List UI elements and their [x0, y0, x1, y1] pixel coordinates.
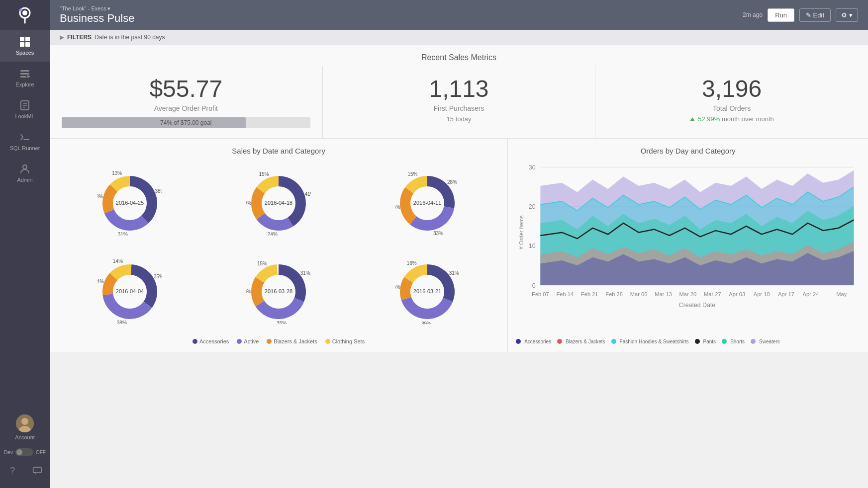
filters-caret-icon[interactable]: ▶	[60, 34, 64, 41]
svg-text:Apr 10: Apr 10	[754, 291, 770, 297]
sidebar-item-sql-runner-label: SQL Runner	[10, 145, 40, 151]
sidebar-bottom: Account Dev OFF ?	[0, 409, 50, 488]
orders-legend-dot	[516, 339, 521, 344]
metric-first-purchasers: 1,113 First Purchasers 15 today	[323, 66, 596, 138]
sidebar-item-spaces[interactable]: Spaces	[0, 30, 50, 62]
metric-first-purchasers-value: 1,113	[429, 76, 488, 102]
dev-label: Dev	[4, 450, 13, 455]
donut-2016-04-11: 28%33%24%15%2016-04-11	[355, 161, 499, 245]
dashboard: Recent Sales Metrics $55.77 Average Orde…	[50, 45, 868, 488]
sidebar-item-sql-runner[interactable]: SQL Runner	[0, 125, 50, 157]
metric-total-orders-sub: 52.99% month over month	[690, 115, 774, 123]
donut-2016-03-28: 31%35%18%15%2016-03-28	[206, 249, 351, 334]
run-button[interactable]: Run	[768, 8, 794, 22]
metric-avg-order-profit: $55.77 Average Order Profit 74% of $75.0…	[50, 66, 323, 138]
svg-text:2016-04-25: 2016-04-25	[116, 200, 144, 206]
svg-text:31%: 31%	[449, 271, 459, 276]
svg-text:2016-04-18: 2016-04-18	[265, 200, 292, 206]
svg-rect-5	[25, 37, 30, 41]
orders-by-day-card: Orders by Day and Category 30 20 10 0	[508, 139, 868, 352]
orders-legend-item: Fashion Hoodies & Sweatshirts	[611, 339, 689, 344]
admin-icon	[19, 163, 31, 175]
svg-text:31%: 31%	[300, 271, 310, 276]
svg-point-1	[22, 10, 27, 15]
svg-text:Feb 07: Feb 07	[532, 291, 549, 297]
svg-marker-11	[27, 75, 30, 78]
orders-legend-dot	[557, 339, 562, 344]
svg-text:33%: 33%	[433, 231, 443, 236]
svg-rect-4	[20, 37, 24, 41]
svg-text:Apr 17: Apr 17	[778, 291, 794, 297]
svg-point-17	[23, 165, 27, 169]
account-item[interactable]: Account	[0, 409, 50, 445]
svg-text:38%: 38%	[117, 320, 127, 324]
svg-text:Apr 24: Apr 24	[803, 291, 819, 297]
dev-toggle[interactable]: Dev OFF	[4, 445, 46, 459]
bottom-icons: ?	[0, 459, 50, 482]
svg-point-19	[21, 418, 28, 425]
svg-text:2016-03-21: 2016-03-21	[413, 288, 441, 294]
svg-text:Mar 27: Mar 27	[704, 291, 721, 297]
dev-toggle-knob	[16, 449, 22, 455]
sidebar: Spaces Explore LookML SQL Runner	[0, 0, 50, 488]
legend-color-dot	[237, 339, 242, 344]
sales-legend-item: Clothing Sets	[325, 338, 365, 344]
orders-legend-dot	[695, 339, 700, 344]
explore-icon	[19, 68, 31, 80]
svg-rect-6	[20, 42, 24, 47]
settings-gear-icon: ⚙	[841, 11, 847, 19]
donut-2016-04-04: 35%38%14%14%2016-04-04	[58, 249, 202, 334]
metric-total-orders-value: 3,196	[702, 76, 762, 102]
svg-text:0: 0	[532, 282, 536, 289]
svg-rect-9	[20, 73, 29, 75]
svg-text:30: 30	[529, 164, 536, 171]
orders-legend: AccessoriesBlazers & JacketsFashion Hood…	[516, 339, 860, 344]
orders-legend-item: Shorts	[722, 339, 745, 344]
dev-toggle-pill[interactable]	[15, 448, 33, 456]
svg-text:38%: 38%	[155, 188, 163, 194]
svg-text:20%: 20%	[246, 200, 251, 206]
svg-text:Mar 20: Mar 20	[679, 291, 697, 297]
filters-bar: ▶ FILTERS Date is in the past 90 days	[50, 30, 868, 45]
donut-svg-2016-04-18: 41%24%20%15%2016-04-18	[246, 171, 311, 236]
svg-text:2016-03-28: 2016-03-28	[265, 288, 292, 294]
breadcrumb-caret-icon: ▾	[107, 5, 110, 11]
svg-text:Feb 14: Feb 14	[557, 291, 574, 297]
sidebar-item-explore-label: Explore	[15, 81, 34, 87]
sidebar-item-lookml[interactable]: LookML	[0, 93, 50, 125]
breadcrumb-text: "The Look" - Execs	[60, 5, 106, 11]
orders-line-chart: 30 20 10 0	[516, 161, 860, 335]
settings-button[interactable]: ⚙ ▾	[836, 8, 858, 22]
donut-2016-04-18: 41%24%20%15%2016-04-18	[206, 161, 351, 245]
svg-text:14%: 14%	[97, 279, 104, 284]
donut-svg-2016-03-28: 31%35%18%15%2016-03-28	[246, 259, 311, 324]
metrics-row: $55.77 Average Order Profit 74% of $75.0…	[50, 66, 868, 139]
svg-text:20: 20	[529, 203, 536, 210]
svg-text:# Order Items: # Order Items	[518, 215, 524, 249]
progress-bar-text: 74% of $75.00 goal	[160, 119, 211, 126]
recent-sales-section: Recent Sales Metrics $55.77 Average Orde…	[50, 45, 868, 139]
orders-legend-item: Blazers & Jackets	[557, 339, 605, 344]
sidebar-item-admin[interactable]: Admin	[0, 157, 50, 189]
help-icon[interactable]: ?	[5, 463, 20, 478]
metric-total-orders-label: Total Orders	[713, 104, 751, 112]
sales-legend: AccessoriesActiveBlazers & JacketsClothi…	[58, 338, 499, 344]
svg-text:10: 10	[529, 243, 536, 249]
chat-icon[interactable]	[30, 463, 45, 478]
svg-text:2016-04-04: 2016-04-04	[116, 288, 144, 294]
recent-sales-title: Recent Sales Metrics	[50, 45, 868, 66]
edit-button[interactable]: ✎ Edit	[799, 8, 831, 22]
svg-text:31%: 31%	[118, 232, 128, 236]
lookml-icon	[19, 99, 31, 111]
svg-text:Mar 06: Mar 06	[630, 291, 648, 297]
orders-chart-area: 30 20 10 0	[516, 161, 860, 335]
settings-chevron-icon: ▾	[849, 11, 853, 19]
sales-by-date-card: Sales by Date and Category 38%31%18%13%2…	[50, 139, 508, 352]
up-arrow-icon	[690, 117, 695, 121]
sales-legend-item: Blazers & Jackets	[267, 338, 317, 344]
metric-avg-order-profit-label: Average Order Profit	[154, 104, 218, 112]
sidebar-item-explore[interactable]: Explore	[0, 62, 50, 93]
donut-2016-03-21: 31%39%14%16%2016-03-21	[355, 249, 499, 334]
progress-bar: 74% of $75.00 goal	[62, 117, 310, 128]
filters-text: Date is in the past 90 days	[95, 34, 165, 41]
